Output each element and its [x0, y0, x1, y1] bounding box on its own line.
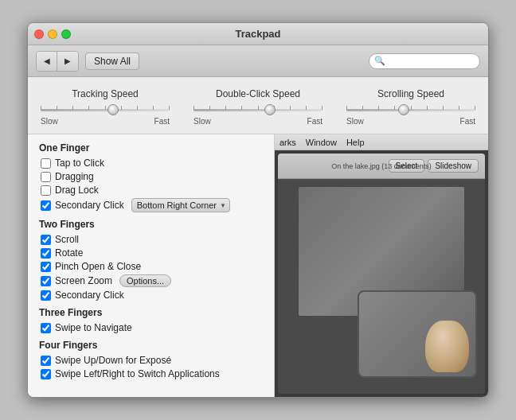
section-two-fingers-title: Two Fingers	[39, 219, 263, 230]
tick	[443, 106, 444, 110]
drag-lock-row: Drag Lock	[39, 185, 263, 196]
double-click-speed-labels: Slow Fast	[194, 117, 322, 126]
menu-help[interactable]: Help	[346, 138, 365, 147]
swipe-switch-apps-row: Swipe Left/Right to Switch Applications	[39, 368, 263, 379]
double-click-speed-track	[194, 104, 322, 115]
swipe-expose-checkbox[interactable]	[41, 356, 51, 366]
scroll-label: Scroll	[55, 234, 79, 245]
tap-to-click-label: Tap to Click	[55, 158, 104, 169]
scrolling-speed-ticks	[346, 106, 475, 110]
search-input[interactable]	[388, 56, 475, 66]
drag-lock-checkbox[interactable]	[41, 185, 51, 196]
tracking-slow-label: Slow	[41, 117, 58, 126]
scrolling-speed-track	[346, 104, 475, 115]
tick	[362, 106, 363, 110]
maximize-button[interactable]	[61, 29, 71, 39]
tick	[394, 106, 395, 110]
right-panel: arks Window Help On the lake.jpg (13 doc…	[275, 134, 488, 397]
nav-forward-button[interactable]: ▶	[57, 52, 78, 71]
tracking-speed-line	[41, 109, 170, 111]
tick	[322, 106, 322, 110]
secondary-click-one-finger-label: Secondary Click	[55, 200, 124, 211]
tracking-fast-label: Fast	[154, 117, 170, 126]
left-panel: One Finger Tap to Click Dragging Drag Lo…	[28, 134, 275, 397]
menu-bar-sim: arks Window Help	[275, 134, 488, 150]
nav-buttons: ◀ ▶	[36, 51, 79, 72]
screen-zoom-options-button[interactable]: Options...	[119, 274, 171, 287]
pinch-open-close-checkbox[interactable]	[41, 262, 51, 272]
swipe-expose-row: Swipe Up/Down for Exposé	[39, 355, 263, 366]
scrolling-speed-labels: Slow Fast	[346, 117, 475, 126]
scrolling-speed-group: Scrolling Speed	[346, 88, 475, 126]
scrolling-speed-thumb[interactable]	[398, 104, 409, 115]
secondary-click-checkbox[interactable]	[41, 200, 51, 211]
title-bar: Trackpad	[28, 23, 488, 45]
tap-to-click-checkbox[interactable]	[41, 158, 51, 169]
tick	[290, 106, 291, 110]
double-click-speed-thumb[interactable]	[264, 104, 276, 115]
dragging-label: Dragging	[55, 171, 94, 182]
tick	[378, 106, 379, 110]
swipe-navigate-checkbox[interactable]	[41, 323, 51, 333]
tick	[346, 106, 347, 110]
screen-zoom-checkbox[interactable]	[41, 276, 51, 286]
show-all-button[interactable]: Show All	[85, 52, 139, 70]
secondary-click-one-finger-row: Secondary Click Bottom Right Corner ▼	[39, 198, 263, 212]
swipe-navigate-label: Swipe to Navigate	[55, 322, 132, 333]
chevron-down-icon: ▼	[220, 202, 226, 209]
toolbar: ◀ ▶ Show All 🔍	[28, 45, 488, 77]
double-click-speed-label: Double-Click Speed	[216, 88, 300, 99]
section-three-fingers-title: Three Fingers	[39, 307, 263, 318]
main-window: Trackpad ◀ ▶ Show All 🔍 Tracking Speed	[27, 22, 489, 398]
right-inner: arks Window Help On the lake.jpg (13 doc…	[275, 134, 488, 397]
minimize-button[interactable]	[48, 29, 57, 39]
screen-zoom-row: Screen Zoom Options...	[39, 274, 263, 287]
tick	[209, 106, 210, 110]
menu-marks[interactable]: arks	[280, 138, 296, 147]
pinch-open-close-label: Pinch Open & Close	[55, 261, 141, 272]
scroll-checkbox[interactable]	[41, 235, 51, 245]
pinch-open-close-row: Pinch Open & Close	[39, 261, 263, 272]
tracking-speed-ticks	[41, 106, 170, 110]
secondary-click-two-finger-label: Secondary Click	[55, 290, 124, 301]
tick	[225, 106, 226, 110]
tracking-speed-group: Tracking Speed	[41, 88, 170, 126]
scroll-fast-label: Fast	[460, 117, 475, 126]
double-click-speed-line	[194, 109, 322, 111]
bottom-right-corner-dropdown[interactable]: Bottom Right Corner ▼	[131, 198, 230, 212]
dclick-slow-label: Slow	[194, 117, 211, 126]
swipe-switch-apps-checkbox[interactable]	[41, 369, 51, 379]
scroll-row: Scroll	[39, 234, 263, 245]
drag-lock-label: Drag Lock	[55, 185, 99, 196]
tracking-speed-labels: Slow Fast	[41, 117, 170, 126]
section-four-fingers-title: Four Fingers	[39, 340, 263, 351]
app-window-sim: On the lake.jpg (13 documents) Select Sl…	[278, 154, 485, 394]
dragging-checkbox[interactable]	[41, 172, 51, 182]
screen-zoom-label: Screen Zoom	[55, 275, 112, 286]
tick	[459, 106, 459, 110]
swipe-navigate-row: Swipe to Navigate	[39, 322, 263, 333]
section-one-finger-title: One Finger	[39, 142, 263, 154]
dclick-fast-label: Fast	[307, 117, 322, 126]
tick	[105, 106, 106, 110]
nav-back-button[interactable]: ◀	[37, 52, 57, 71]
scrolling-speed-label: Scrolling Speed	[377, 88, 444, 99]
secondary-click-two-finger-checkbox[interactable]	[41, 290, 51, 301]
slideshow-btn[interactable]: Slideshow	[428, 159, 479, 173]
tracking-speed-thumb[interactable]	[108, 104, 119, 115]
rotate-checkbox[interactable]	[41, 248, 51, 259]
tick	[306, 106, 307, 110]
tick	[137, 106, 138, 110]
tick	[194, 106, 194, 110]
tick	[88, 106, 89, 110]
sliders-area: Tracking Speed	[28, 77, 488, 134]
app-title: On the lake.jpg (13 documents)	[331, 162, 432, 170]
tick	[241, 106, 242, 110]
close-button[interactable]	[34, 29, 44, 39]
double-click-speed-ticks	[194, 106, 322, 110]
trackpad-sim	[358, 290, 477, 378]
tick	[258, 106, 259, 110]
tick	[411, 106, 412, 110]
search-box: 🔍	[369, 53, 480, 69]
menu-window[interactable]: Window	[306, 138, 337, 147]
